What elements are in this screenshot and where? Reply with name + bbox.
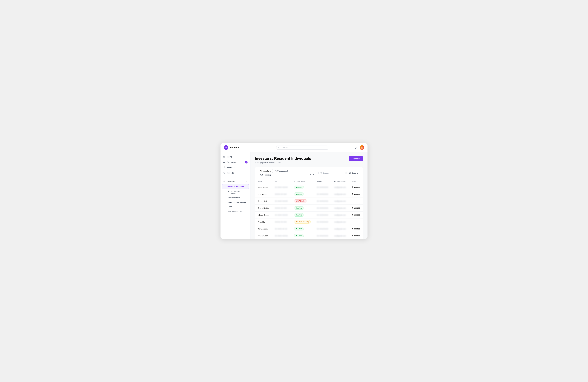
investor-name: Isha Kapoor (255, 191, 272, 198)
investor-status: Active (291, 184, 314, 191)
investor-mobile: XX XXXXXXXX (314, 205, 332, 212)
view-button[interactable]: + View (306, 170, 316, 176)
sidebar-item-schemes[interactable]: Schemes (220, 165, 250, 170)
page-title: Investors: Resident Individuals (255, 156, 311, 161)
table-row[interactable]: Rohan SethXX XXXX XXXXXKYC failedXX XXXX… (255, 198, 363, 205)
user-avatar[interactable]: 1 (360, 145, 364, 150)
investor-email: xxx@gmail.com (332, 225, 349, 232)
status-label: Active (297, 235, 302, 237)
table-row[interactable]: Sneha ReddyXXXXX XX XXXActiveXX XXXXXXXX… (255, 205, 363, 212)
investor-email: xxx@gmail.com (332, 232, 349, 239)
table-column-header: Mobile (314, 179, 332, 184)
investor-status: Active (291, 232, 314, 239)
table-search-input[interactable] (323, 172, 344, 174)
investor-mobile: XX XXXXXXXX (314, 232, 332, 239)
app-logo: MS (224, 145, 228, 150)
investor-email: xxx@gmail.com (332, 198, 349, 205)
status-dot (296, 187, 297, 188)
header-search-input[interactable] (281, 146, 326, 149)
tab-button[interactable]: KYC successful (273, 169, 290, 173)
investor-pan: XXXXX XX XXX (272, 219, 291, 225)
investor-aum: ₹ 300000 (349, 225, 363, 232)
status-dot (296, 235, 297, 236)
table-search-wrap (318, 171, 346, 175)
sidebar-sub-item[interactable]: Non individuals (220, 196, 250, 200)
sidebar-item-home[interactable]: Home (220, 154, 250, 160)
investors-icon (223, 180, 225, 183)
investor-pan: XX XXXX XXXXX (272, 198, 291, 205)
sidebar-sub-item[interactable]: Trust (220, 204, 250, 209)
gear-icon (349, 172, 351, 174)
investor-email: xxx@gmail.com (332, 205, 349, 212)
search-icon-table (320, 172, 322, 174)
schemes-label: Schemes (227, 166, 235, 169)
investor-name: Sneha Reddy (255, 205, 272, 212)
table-row[interactable]: Priya NairXXXXX XX XXXE-sign pendingXX X… (255, 219, 363, 225)
status-label: Active (297, 228, 302, 230)
status-label: E-sign pending (297, 221, 309, 223)
investor-aum: ₹ 300000 (349, 212, 363, 219)
options-button[interactable]: Options (347, 171, 360, 175)
page-subtitle: Manage your RI investors here. (255, 161, 311, 164)
investor-aum: ₹ 300000 (349, 191, 363, 198)
svg-point-5 (224, 181, 224, 181)
status-label: Active (297, 207, 302, 209)
sidebar-sub-item[interactable]: Sole proprietorship (220, 209, 250, 213)
investor-name: Pranav Joshi (255, 232, 272, 239)
chevron-up-icon (246, 181, 248, 183)
investor-pan: XX XXXX XXXXX (272, 212, 291, 219)
status-label: Active (297, 214, 302, 216)
search-icon (278, 146, 280, 149)
schemes-icon (223, 166, 225, 169)
app-title: MF Stack (230, 146, 239, 149)
sidebar-sub-item[interactable]: Non residential individuals (220, 189, 250, 196)
add-investor-button[interactable]: + Investor (349, 156, 363, 161)
notifications-button[interactable] (354, 145, 357, 150)
sidebar-item-investors[interactable]: Investors (220, 179, 250, 184)
bell-icon (354, 146, 357, 149)
investor-status: KYC failed (291, 198, 314, 205)
sidebar-sub-item[interactable]: Resident individual (222, 184, 249, 189)
investor-status: Active (291, 205, 314, 212)
investors-label: Investors (227, 181, 235, 183)
user-badge: 1 (363, 145, 364, 147)
table-row[interactable]: Isha KapoorXXXXX XX XXXActiveXX XXXXXXXX… (255, 191, 363, 198)
investor-email: xxx@gmail.com (332, 191, 349, 198)
table-row[interactable]: Karan VermaXX XXXX XX XXActiveXX XXXXXXX… (255, 225, 363, 232)
notifications-badge: 1 (245, 161, 248, 163)
svg-point-2 (361, 146, 363, 148)
investor-name: Vikram Singh (255, 212, 272, 219)
table-column-header: PAN (272, 179, 291, 184)
table-row[interactable]: Vikram SinghXX XXXX XXXXXActiveXX XXXXXX… (255, 212, 363, 219)
status-dot (296, 221, 297, 222)
status-dot (296, 214, 297, 216)
sidebar-item-reports[interactable]: Reports (220, 170, 250, 176)
status-label: Active (297, 186, 302, 188)
table-row[interactable]: Pranav JoshiXX XXXX XXXXXActiveXX XXXXXX… (255, 232, 363, 239)
investor-pan: XX XXXX XXXXX (272, 232, 291, 239)
notifications-label: Notifications (227, 161, 237, 163)
table-row[interactable]: Aarav MehtaXX XXXX XXXXXActiveXX XXXXXXX… (255, 184, 363, 191)
table-column-header: Name (255, 179, 272, 184)
investor-aum (349, 198, 363, 205)
investor-email: xxx@gmail.com (332, 219, 349, 225)
investor-mobile: XX XXXXXXXX (314, 191, 332, 198)
options-label: Options (352, 172, 358, 174)
sidebar-item-notifications[interactable]: Notifications 1 (220, 160, 250, 165)
investor-mobile: XX XXXXXXXX (314, 212, 332, 219)
tab-button[interactable]: KYC Pending (258, 173, 273, 177)
investor-pan: XXXXX XX XXX (272, 191, 291, 198)
reports-label: Reports (227, 172, 234, 174)
investor-name: Karan Verma (255, 225, 272, 232)
status-label: Active (297, 193, 302, 195)
tab-button[interactable]: All investors (258, 169, 273, 173)
status-dot (296, 228, 297, 229)
sidebar-divider (220, 177, 250, 177)
plus-icon (307, 172, 309, 174)
investor-pan: XX XXXX XX XX (272, 225, 291, 232)
sidebar-sub-item[interactable]: Hindu undivided family (220, 200, 250, 204)
investor-mobile: XX XXXXXXXX (314, 225, 332, 232)
investor-status: Active (291, 212, 314, 219)
investor-name: Rohan Seth (255, 198, 272, 205)
investor-aum: ₹ 300000 (349, 184, 363, 191)
